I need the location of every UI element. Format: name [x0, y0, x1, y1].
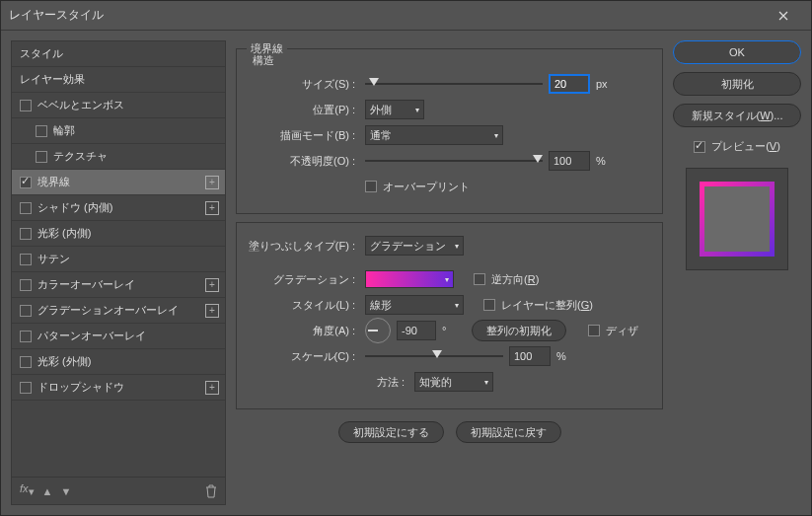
- style-checkbox[interactable]: [36, 125, 47, 137]
- style-checkbox[interactable]: [20, 228, 32, 240]
- add-effect-icon[interactable]: +: [205, 278, 219, 292]
- titlebar: レイヤースタイル: [1, 1, 811, 31]
- style-item[interactable]: 光彩 (外側): [12, 349, 225, 375]
- style-checkbox[interactable]: [36, 151, 47, 163]
- style-item[interactable]: 境界線+: [12, 170, 225, 195]
- style-item[interactable]: ベベルとエンボス: [12, 93, 225, 118]
- style-checkbox[interactable]: [20, 305, 32, 317]
- style-checkbox[interactable]: [20, 382, 32, 394]
- reverse-label: 逆方向(R): [491, 272, 539, 287]
- style-item-label: カラーオーバーレイ: [37, 277, 135, 292]
- style-checkbox[interactable]: [20, 100, 32, 111]
- styles-list: スタイル レイヤー効果ベベルとエンボス輪郭テクスチャ境界線+シャドウ (内側)+…: [12, 41, 225, 477]
- angle-input[interactable]: [397, 321, 436, 340]
- new-style-button[interactable]: 新規スタイル(W)...: [673, 104, 801, 127]
- style-item[interactable]: テクスチャ: [12, 144, 225, 170]
- style-checkbox[interactable]: [20, 356, 32, 368]
- preview-swatch: [700, 182, 775, 257]
- main-panel: 境界線 構造 サイズ(S) : px 位置(P) : 外側▾: [236, 40, 663, 505]
- styles-sidebar: スタイル レイヤー効果ベベルとエンボス輪郭テクスチャ境界線+シャドウ (内側)+…: [11, 40, 226, 505]
- ok-button[interactable]: OK: [673, 40, 801, 64]
- gradient-swatch[interactable]: ▾: [365, 270, 454, 288]
- filltype-label: 塗りつぶしタイプ(F) :: [247, 239, 355, 254]
- overprint-checkbox[interactable]: [365, 181, 377, 192]
- close-button[interactable]: [764, 1, 803, 31]
- style-item-label: レイヤー効果: [20, 72, 85, 87]
- move-up-icon[interactable]: ▲: [42, 485, 53, 497]
- reverse-checkbox[interactable]: [474, 273, 485, 285]
- dialog-body: スタイル レイヤー効果ベベルとエンボス輪郭テクスチャ境界線+シャドウ (内側)+…: [1, 31, 811, 515]
- blendmode-label: 描画モード(B) :: [247, 128, 355, 143]
- add-effect-icon[interactable]: +: [205, 176, 219, 189]
- scale-input[interactable]: [509, 346, 551, 366]
- structure-label: 構造: [253, 53, 274, 68]
- reset-button[interactable]: 初期化: [673, 72, 801, 96]
- angle-dial[interactable]: [365, 318, 391, 343]
- blendmode-row: 描画モード(B) : 通常▾: [247, 122, 652, 148]
- fill-fieldset: 塗りつぶしタイプ(F) : グラデーション▾ グラデーション : ▾ 逆方向(R…: [236, 222, 663, 409]
- add-effect-icon[interactable]: +: [205, 304, 219, 318]
- size-label: サイズ(S) :: [247, 77, 355, 92]
- preview-toggle[interactable]: プレビュー(V): [673, 139, 801, 154]
- style-item[interactable]: サテン: [12, 247, 225, 272]
- gradient-label: グラデーション :: [247, 272, 355, 287]
- sidebar-footer: fx▾ ▲ ▼: [12, 477, 225, 504]
- align-checkbox[interactable]: [483, 299, 495, 311]
- filltype-select[interactable]: グラデーション▾: [365, 236, 464, 256]
- opacity-slider[interactable]: [365, 154, 543, 168]
- method-select[interactable]: 知覚的▾: [414, 372, 493, 392]
- preview-checkbox[interactable]: [694, 141, 705, 153]
- gradstyle-label: スタイル(L) :: [247, 298, 355, 313]
- position-select[interactable]: 外側▾: [365, 100, 424, 119]
- trash-icon[interactable]: [205, 484, 217, 498]
- style-item-label: 境界線: [37, 175, 70, 189]
- size-row: サイズ(S) : px: [247, 71, 652, 97]
- style-checkbox[interactable]: [20, 331, 32, 342]
- styles-header[interactable]: スタイル: [12, 41, 225, 67]
- style-item[interactable]: 輪郭: [12, 118, 225, 144]
- dither-checkbox[interactable]: [588, 325, 600, 336]
- style-item-label: 光彩 (内側): [37, 226, 91, 241]
- preview-box: [686, 168, 788, 270]
- style-item[interactable]: パターンオーバーレイ: [12, 324, 225, 349]
- blendmode-select[interactable]: 通常▾: [365, 125, 503, 145]
- scale-unit: %: [556, 350, 566, 362]
- default-buttons-row: 初期設定にする 初期設定に戻す: [236, 421, 663, 443]
- reset-default-button[interactable]: 初期設定に戻す: [456, 421, 561, 443]
- scale-label: スケール(C) :: [247, 349, 355, 364]
- style-checkbox[interactable]: [20, 202, 32, 214]
- style-item-label: 光彩 (外側): [37, 354, 91, 369]
- make-default-button[interactable]: 初期設定にする: [338, 421, 444, 443]
- style-item-label: パターンオーバーレイ: [37, 329, 146, 343]
- angle-row: 角度(A) : ° 整列の初期化 ディザ: [247, 318, 652, 343]
- gradstyle-select[interactable]: 線形▾: [365, 295, 464, 315]
- reset-align-button[interactable]: 整列の初期化: [472, 320, 566, 341]
- style-item[interactable]: シャドウ (内側)+: [12, 195, 225, 221]
- style-item-label: テクスチャ: [53, 149, 108, 164]
- style-item[interactable]: ドロップシャドウ+: [12, 375, 225, 401]
- size-input[interactable]: [549, 74, 590, 94]
- style-checkbox[interactable]: [20, 254, 32, 265]
- style-item[interactable]: レイヤー効果: [12, 67, 225, 93]
- style-item[interactable]: グラデーションオーバーレイ+: [12, 298, 225, 324]
- add-effect-icon[interactable]: +: [205, 381, 219, 395]
- style-checkbox[interactable]: [20, 177, 32, 188]
- method-label: 方法 :: [247, 375, 405, 390]
- method-row: 方法 : 知覚的▾: [247, 369, 652, 395]
- style-item[interactable]: 光彩 (内側): [12, 221, 225, 247]
- layer-style-dialog: レイヤースタイル スタイル レイヤー効果ベベルとエンボス輪郭テクスチャ境界線+シ…: [0, 0, 812, 516]
- style-checkbox[interactable]: [20, 279, 32, 291]
- move-down-icon[interactable]: ▼: [60, 485, 71, 497]
- overprint-row: オーバープリント: [247, 174, 652, 199]
- add-effect-icon[interactable]: +: [205, 201, 219, 215]
- angle-unit: °: [442, 325, 446, 336]
- style-item-label: 輪郭: [53, 123, 75, 138]
- opacity-unit: %: [596, 155, 606, 167]
- scale-slider[interactable]: [365, 349, 503, 363]
- size-slider[interactable]: [365, 77, 543, 91]
- fx-menu-icon[interactable]: fx▾: [20, 482, 35, 498]
- filltype-row: 塗りつぶしタイプ(F) : グラデーション▾: [247, 233, 652, 258]
- dither-label: ディザ: [606, 324, 638, 338]
- opacity-input[interactable]: [549, 151, 590, 171]
- style-item[interactable]: カラーオーバーレイ+: [12, 272, 225, 298]
